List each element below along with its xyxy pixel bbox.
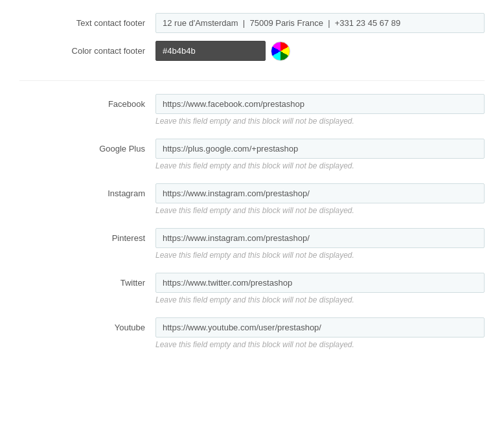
section-divider	[19, 80, 485, 81]
pinterest-label: Pinterest	[19, 233, 155, 243]
facebook-main-row: Facebook	[19, 94, 485, 114]
instagram-hint: Leave this field empty and this block wi…	[155, 206, 485, 215]
color-contact-footer-input[interactable]	[155, 41, 266, 61]
color-picker-button[interactable]	[271, 41, 290, 61]
color-contact-footer-label: Color contact footer	[19, 46, 155, 56]
page-container: Text contact footer Color contact footer…	[0, 0, 504, 423]
pinterest-input[interactable]	[155, 228, 485, 248]
facebook-input[interactable]	[155, 94, 485, 114]
text-contact-footer-input[interactable]	[155, 13, 485, 33]
google-plus-row: Google Plus Leave this field empty and t…	[19, 139, 485, 170]
text-contact-footer-label: Text contact footer	[19, 18, 155, 28]
youtube-input[interactable]	[155, 317, 485, 337]
instagram-row: Instagram Leave this field empty and thi…	[19, 183, 485, 215]
instagram-main-row: Instagram	[19, 183, 485, 203]
facebook-row: Facebook Leave this field empty and this…	[19, 94, 485, 126]
google-plus-label: Google Plus	[19, 144, 155, 154]
pinterest-row: Pinterest Leave this field empty and thi…	[19, 228, 485, 260]
twitter-row: Twitter Leave this field empty and this …	[19, 273, 485, 304]
color-input-wrapper	[155, 41, 290, 61]
twitter-label: Twitter	[19, 278, 155, 288]
youtube-row: Youtube Leave this field empty and this …	[19, 317, 485, 349]
google-plus-input[interactable]	[155, 139, 485, 159]
pinterest-main-row: Pinterest	[19, 228, 485, 248]
facebook-label: Facebook	[19, 99, 155, 109]
twitter-input[interactable]	[155, 273, 485, 293]
instagram-input[interactable]	[155, 183, 485, 203]
twitter-main-row: Twitter	[19, 273, 485, 293]
youtube-label: Youtube	[19, 323, 155, 332]
google-plus-main-row: Google Plus	[19, 139, 485, 159]
google-plus-hint: Leave this field empty and this block wi…	[155, 161, 485, 170]
instagram-label: Instagram	[19, 189, 155, 198]
pinterest-hint: Leave this field empty and this block wi…	[155, 251, 485, 260]
youtube-main-row: Youtube	[19, 317, 485, 337]
youtube-hint: Leave this field empty and this block wi…	[155, 340, 485, 349]
facebook-hint: Leave this field empty and this block wi…	[155, 117, 485, 126]
twitter-hint: Leave this field empty and this block wi…	[155, 295, 485, 304]
text-contact-footer-row: Text contact footer	[19, 13, 485, 33]
color-contact-footer-row: Color contact footer	[19, 41, 485, 61]
